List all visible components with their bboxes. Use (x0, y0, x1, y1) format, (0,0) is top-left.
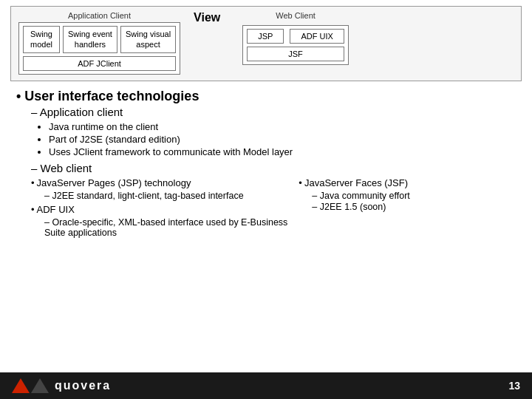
triangle-red (12, 378, 30, 393)
bullet-1c: Uses JClient framework to communicate wi… (49, 146, 516, 157)
logo-text: quovera (55, 379, 111, 392)
two-col-section: JavaServer Pages (JSP) technology J2EE s… (31, 177, 516, 239)
bullet-2a-sub1: J2EE standard, light-client, tag-based i… (44, 191, 291, 201)
view-label: View (194, 11, 220, 24)
adf-uix-box: ADF UIX (290, 29, 344, 44)
bullet-1b: Part of J2SE (standard edition) (49, 134, 516, 145)
col-left: JavaServer Pages (JSP) technology J2EE s… (31, 177, 291, 239)
bullet-2a: JavaServer Pages (JSP) technology (31, 177, 291, 188)
logo-triangles (12, 378, 49, 393)
main-bullet: • User interface technologies (16, 89, 516, 104)
swing-visual-box: Swing visualaspect (120, 26, 176, 53)
bullet-2c: JavaServer Faces (JSF) (299, 177, 516, 188)
sub-heading-1: – Application client (31, 106, 516, 118)
triangle-dark (31, 378, 49, 393)
app-client-label: Application Client (18, 11, 180, 20)
bullet-2c-sub2: J2EE 1.5 (soon) (312, 202, 516, 212)
bullet-1a: Java runtime on the client (49, 121, 516, 132)
footer: quovera 13 (0, 372, 532, 399)
bullet-2c-sub1: Java community effort (312, 191, 516, 201)
footer-logo: quovera (12, 378, 111, 393)
page-number: 13 (508, 380, 520, 392)
sub-heading-2: – Web client (31, 162, 516, 174)
main-content: • User interface technologies – Applicat… (0, 86, 532, 239)
bullet-2b: ADF UIX (31, 204, 291, 215)
diagram-container: Application Client Swingmodel Swing even… (10, 6, 522, 81)
web-client-section: Web Client JSP ADF UIX JSF (242, 11, 349, 65)
jsf-box: JSF (247, 47, 344, 61)
app-client-section: Application Client Swingmodel Swing even… (18, 11, 180, 75)
web-client-label: Web Client (242, 11, 349, 20)
bullet-2b-sub1: Oracle-specific, XML-based interface use… (44, 217, 291, 238)
adf-jclient-box: ADF JClient (23, 56, 176, 71)
swing-model-box: Swingmodel (23, 26, 60, 53)
swing-event-box: Swing eventhandlers (63, 26, 117, 53)
col-right: JavaServer Faces (JSF) Java community ef… (299, 177, 516, 239)
jsp-box: JSP (247, 29, 284, 44)
app-client-list: Java runtime on the client Part of J2SE … (49, 121, 516, 157)
